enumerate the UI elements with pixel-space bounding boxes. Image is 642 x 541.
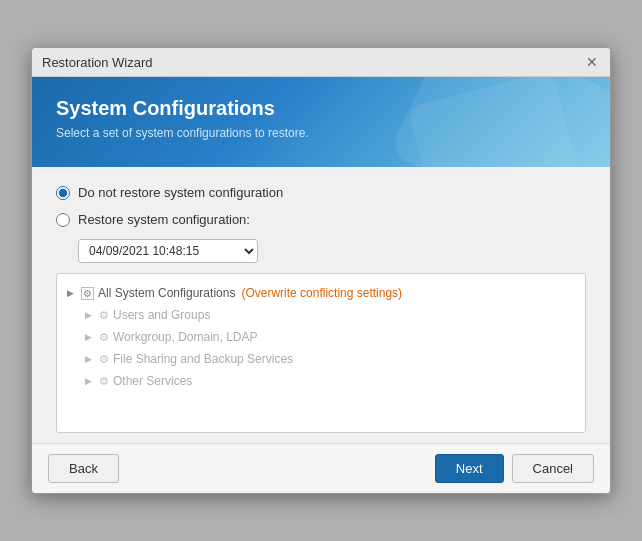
page-subtitle: Select a set of system configurations to… — [56, 126, 586, 140]
restore-date-row: 04/09/2021 10:48:15 — [78, 239, 586, 263]
no-restore-row: Do not restore system configuration — [56, 185, 586, 200]
filesharing-label: File Sharing and Backup Services — [113, 352, 293, 366]
restore-radio[interactable] — [56, 213, 70, 227]
arrow-icon-all: ▶ — [67, 288, 77, 298]
all-configs-label: All System Configurations — [98, 286, 235, 300]
footer-right-buttons: Next Cancel — [435, 454, 594, 483]
otherservices-label: Other Services — [113, 374, 192, 388]
arrow-icon-filesharing: ▶ — [85, 354, 95, 364]
close-button[interactable]: ✕ — [584, 54, 600, 70]
next-button[interactable]: Next — [435, 454, 504, 483]
no-restore-radio[interactable] — [56, 186, 70, 200]
gear-icon-otherservices: ⚙ — [99, 375, 109, 388]
title-bar: Restoration Wizard ✕ — [32, 48, 610, 77]
back-button[interactable]: Back — [48, 454, 119, 483]
gear-icon-all: ⚙ — [83, 288, 92, 299]
arrow-icon-otherservices: ▶ — [85, 376, 95, 386]
users-label: Users and Groups — [113, 308, 210, 322]
content-area: Do not restore system configuration Rest… — [32, 167, 610, 443]
arrow-icon-workgroup: ▶ — [85, 332, 95, 342]
restoration-wizard-dialog: Restoration Wizard ✕ System Configuratio… — [31, 47, 611, 494]
tree-item-users: ▶ ⚙ Users and Groups — [61, 304, 581, 326]
restore-label[interactable]: Restore system configuration: — [78, 212, 250, 227]
gear-icon-filesharing: ⚙ — [99, 353, 109, 366]
no-restore-label[interactable]: Do not restore system configuration — [78, 185, 283, 200]
tree-item-filesharing: ▶ ⚙ File Sharing and Backup Services — [61, 348, 581, 370]
tree-item-workgroup: ▶ ⚙ Workgroup, Domain, LDAP — [61, 326, 581, 348]
workgroup-label: Workgroup, Domain, LDAP — [113, 330, 258, 344]
restore-row: Restore system configuration: — [56, 212, 586, 227]
restore-date-select[interactable]: 04/09/2021 10:48:15 — [78, 239, 258, 263]
tree-item-all: ▶ ⚙ All System Configurations (Overwrite… — [61, 282, 581, 304]
config-tree: ▶ ⚙ All System Configurations (Overwrite… — [56, 273, 586, 433]
overwrite-label: (Overwrite conflicting settings) — [241, 286, 402, 300]
dialog-title: Restoration Wizard — [42, 55, 153, 70]
checkbox-all[interactable]: ⚙ — [81, 287, 94, 300]
arrow-icon-users: ▶ — [85, 310, 95, 320]
page-title: System Configurations — [56, 97, 586, 120]
gear-icon-users: ⚙ — [99, 309, 109, 322]
tree-item-otherservices: ▶ ⚙ Other Services — [61, 370, 581, 392]
cancel-button[interactable]: Cancel — [512, 454, 594, 483]
footer: Back Next Cancel — [32, 443, 610, 493]
header-banner: System Configurations Select a set of sy… — [32, 77, 610, 167]
gear-icon-workgroup: ⚙ — [99, 331, 109, 344]
